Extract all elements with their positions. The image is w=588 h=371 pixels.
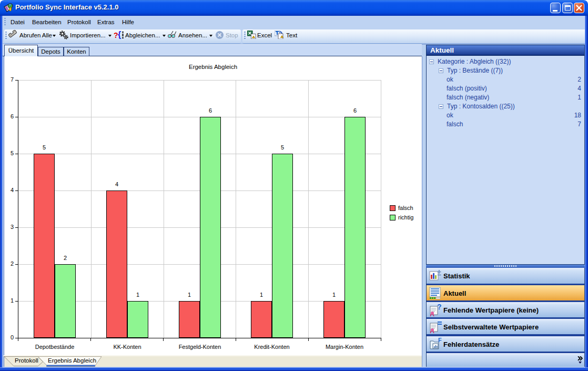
svg-text:?: ? [437, 303, 442, 311]
svg-text:F: F [438, 337, 442, 343]
